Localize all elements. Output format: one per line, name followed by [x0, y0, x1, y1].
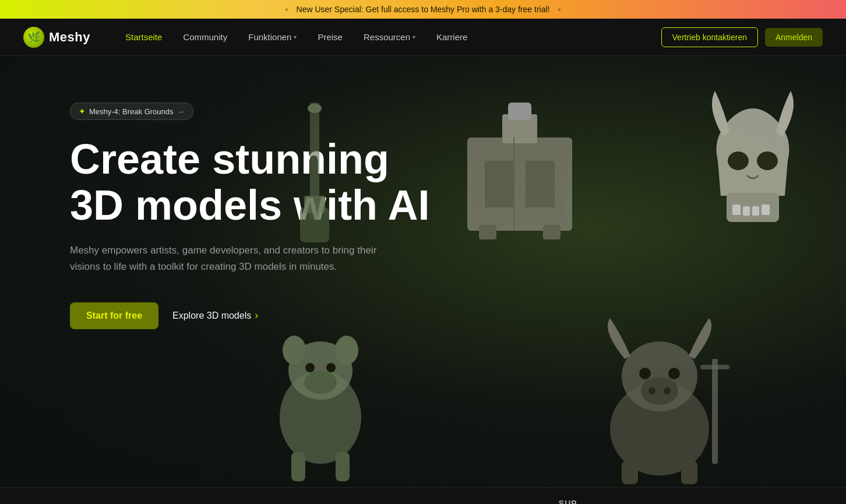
model-bottom-pig	[262, 312, 379, 487]
contact-sales-button[interactable]: Vertrieb kontaktieren	[661, 27, 758, 47]
svg-rect-3	[304, 196, 325, 213]
svg-rect-38	[712, 359, 718, 464]
svg-rect-18	[752, 206, 759, 216]
svg-rect-37	[681, 461, 697, 484]
logo-icon: 🌿	[23, 27, 44, 48]
nav-startseite[interactable]: Startseite	[125, 32, 162, 42]
svg-point-25	[305, 363, 315, 372]
svg-point-15	[757, 151, 778, 170]
model-skull-horns	[695, 91, 811, 242]
nav-karriere[interactable]: Karriere	[436, 32, 467, 42]
svg-point-22	[283, 336, 306, 365]
logo-text: Meshy	[49, 30, 90, 45]
star-right: ✦	[556, 6, 562, 14]
nav-actions: Vertrieb kontaktieren Anmelden	[661, 27, 823, 47]
svg-point-31	[639, 368, 651, 379]
logos-inner: Engine C+ FUNPLUS ⬡ Lens Studio Snap AR …	[0, 499, 846, 504]
badge-text: Meshy-4: Break Grounds	[89, 107, 174, 116]
model-bottom-bull	[590, 312, 729, 487]
nav-funktionen[interactable]: Funktionen ▾	[248, 32, 297, 42]
svg-rect-19	[762, 205, 770, 215]
nav-preise[interactable]: Preise	[318, 32, 343, 42]
hero-section: ✦ Meshy-4: Break Grounds → Create stunni…	[0, 56, 846, 487]
top-banner: ✦ New User Special: Get full access to M…	[0, 0, 846, 19]
svg-rect-17	[743, 206, 750, 216]
navbar: 🌿 Meshy Startseite Community Funktionen …	[0, 19, 846, 56]
svg-rect-27	[291, 452, 305, 481]
svg-point-32	[668, 368, 680, 379]
chevron-down-icon: ▾	[294, 34, 297, 40]
logo-area[interactable]: 🌿 Meshy	[23, 27, 90, 48]
svg-rect-7	[508, 103, 531, 120]
svg-point-26	[326, 363, 336, 372]
badge-arrow-icon: →	[177, 107, 185, 116]
login-button[interactable]: Anmelden	[765, 28, 823, 47]
svg-rect-39	[700, 365, 729, 369]
start-free-button[interactable]: Start for free	[70, 302, 158, 329]
svg-point-24	[304, 371, 337, 394]
svg-rect-11	[479, 225, 496, 239]
supercell-text: SUPERCELL	[558, 499, 577, 504]
logo-supercell: SUPERCELL	[558, 499, 577, 504]
svg-rect-16	[732, 205, 741, 215]
svg-rect-9	[526, 161, 555, 207]
nav-links: Startseite Community Funktionen ▾ Preise…	[125, 32, 661, 42]
nav-community[interactable]: Community	[183, 32, 227, 42]
svg-rect-28	[336, 452, 350, 481]
banner-text: New User Special: Get full access to Mes…	[297, 5, 550, 14]
star-left: ✦	[284, 6, 290, 14]
model-top-center	[268, 103, 361, 254]
explore-arrow-icon: ›	[255, 309, 258, 322]
nav-ressourcen[interactable]: Ressourcen ▾	[364, 32, 415, 42]
chevron-down-icon-2: ▾	[413, 34, 415, 40]
badge-star-icon: ✦	[79, 107, 86, 116]
model-box-creature	[456, 103, 584, 242]
svg-point-14	[728, 151, 749, 170]
svg-rect-36	[622, 461, 638, 484]
svg-point-35	[664, 387, 671, 394]
hero-cta: Start for free Explore 3D models ›	[70, 302, 846, 329]
hero-title: Create stunning 3D models with AI	[70, 136, 431, 228]
hero-badge[interactable]: ✦ Meshy-4: Break Grounds →	[70, 103, 193, 120]
svg-rect-8	[485, 161, 514, 207]
svg-point-1	[308, 104, 322, 113]
svg-point-23	[335, 336, 358, 365]
svg-point-34	[648, 387, 655, 394]
svg-point-33	[641, 377, 678, 405]
svg-rect-12	[543, 225, 561, 239]
logos-strip: Engine C+ FUNPLUS ⬡ Lens Studio Snap AR …	[0, 487, 846, 504]
explore-models-button[interactable]: Explore 3D models ›	[172, 309, 258, 322]
